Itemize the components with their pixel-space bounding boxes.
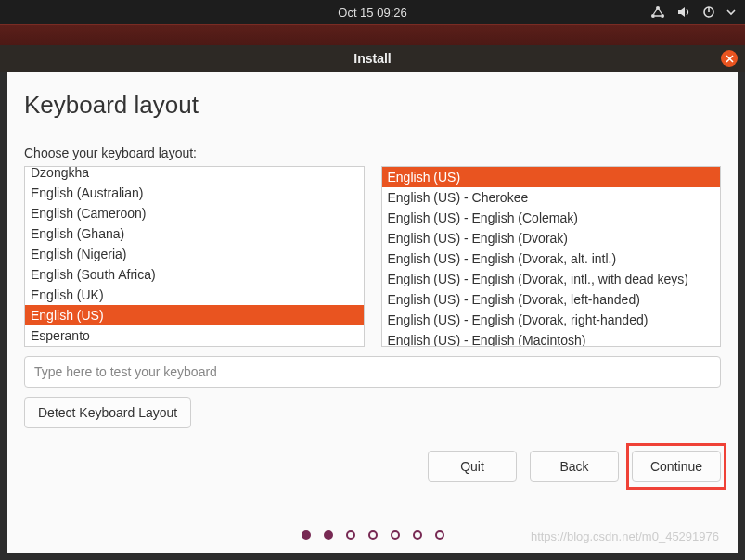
progress-dot bbox=[302, 530, 311, 540]
progress-dots bbox=[7, 530, 738, 540]
variant-listbox[interactable]: English (US)English (US) - CherokeeEngli… bbox=[381, 166, 722, 347]
variant-list-item[interactable]: English (US) - English (Dvorak, alt. int… bbox=[382, 248, 721, 269]
back-button[interactable]: Back bbox=[530, 451, 619, 482]
language-list-item[interactable]: Esperanto bbox=[25, 325, 364, 346]
layout-lists-row: DzongkhaEnglish (Australian)English (Cam… bbox=[24, 166, 721, 347]
progress-dot bbox=[368, 530, 378, 540]
power-icon[interactable] bbox=[702, 6, 715, 19]
system-top-bar: Oct 15 09:26 bbox=[0, 0, 745, 24]
chevron-down-icon[interactable] bbox=[726, 6, 736, 19]
window-titlebar: Install bbox=[0, 45, 745, 72]
choose-layout-prompt: Choose your keyboard layout: bbox=[24, 146, 721, 160]
language-list-item[interactable]: English (Ghana) bbox=[25, 223, 364, 244]
variant-list-item[interactable]: English (US) - English (Dvorak, right-ha… bbox=[382, 310, 721, 330]
variant-list-item[interactable]: English (US) bbox=[382, 167, 721, 187]
progress-dot bbox=[413, 530, 422, 540]
variant-list-item[interactable]: English (US) - English (Dvorak) bbox=[382, 228, 721, 248]
detect-layout-button[interactable]: Detect Keyboard Layout bbox=[24, 397, 191, 428]
language-list-item[interactable]: English (US) bbox=[25, 305, 364, 325]
close-button[interactable] bbox=[721, 50, 738, 67]
nav-button-row: Quit Back Continue bbox=[24, 451, 721, 482]
desktop-accent-strip bbox=[0, 24, 745, 45]
window-title: Install bbox=[353, 51, 391, 66]
progress-dot bbox=[346, 530, 355, 540]
language-list-item[interactable]: English (Australian) bbox=[25, 183, 364, 203]
installer-page: Keyboard layout Choose your keyboard lay… bbox=[7, 72, 738, 553]
keyboard-test-input[interactable] bbox=[24, 356, 721, 388]
language-list-item[interactable]: English (UK) bbox=[25, 285, 364, 305]
system-tray bbox=[650, 6, 736, 19]
variant-list-item[interactable]: English (US) - Cherokee bbox=[382, 187, 721, 208]
svg-point-1 bbox=[651, 14, 655, 18]
language-list-item[interactable]: English (Nigeria) bbox=[25, 244, 364, 264]
svg-point-2 bbox=[661, 14, 664, 18]
clock-label: Oct 15 09:26 bbox=[338, 6, 406, 19]
language-list-item[interactable]: Dzongkha bbox=[25, 166, 364, 183]
progress-dot bbox=[435, 530, 444, 540]
page-heading: Keyboard layout bbox=[24, 91, 721, 120]
variant-list-item[interactable]: English (US) - English (Macintosh) bbox=[382, 330, 721, 347]
language-listbox[interactable]: DzongkhaEnglish (Australian)English (Cam… bbox=[24, 166, 365, 347]
progress-dot bbox=[324, 530, 333, 540]
variant-list-item[interactable]: English (US) - English (Colemak) bbox=[382, 208, 721, 228]
continue-button[interactable]: Continue bbox=[632, 451, 721, 482]
volume-icon[interactable] bbox=[676, 6, 691, 19]
language-list-item[interactable]: English (Cameroon) bbox=[25, 203, 364, 223]
network-icon[interactable] bbox=[650, 6, 665, 19]
variant-list-item[interactable]: English (US) - English (Dvorak, intl., w… bbox=[382, 269, 721, 289]
quit-button[interactable]: Quit bbox=[428, 451, 517, 482]
progress-dot bbox=[391, 530, 400, 540]
language-list-item[interactable]: English (South Africa) bbox=[25, 264, 364, 285]
variant-list-item[interactable]: English (US) - English (Dvorak, left-han… bbox=[382, 289, 721, 310]
